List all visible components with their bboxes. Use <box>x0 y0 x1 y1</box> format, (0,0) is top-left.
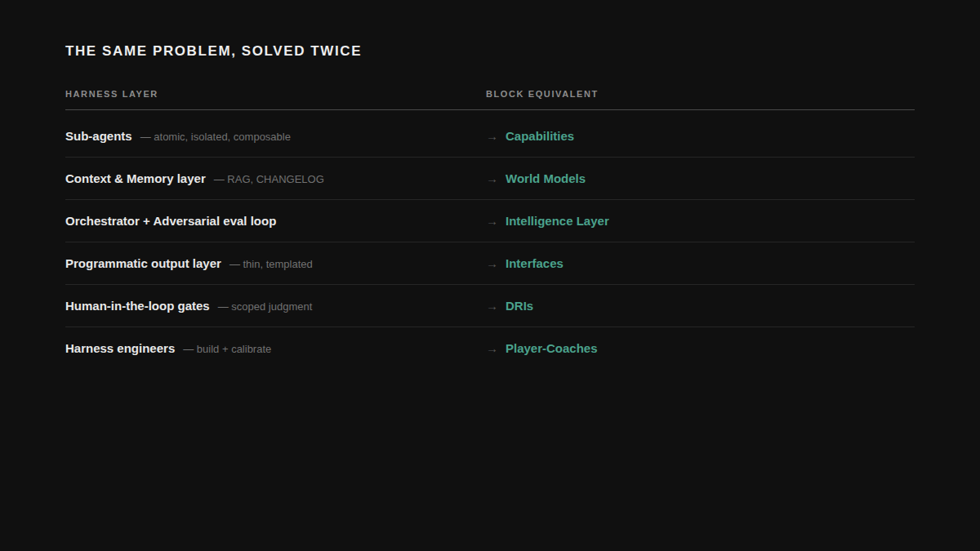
harness-note: — build + calibrate <box>183 343 271 355</box>
block-cell: →Interfaces <box>486 256 915 270</box>
arrow-right-icon: → <box>486 129 498 143</box>
block-label: Capabilities <box>506 129 574 143</box>
block-cell: →DRIs <box>486 299 915 313</box>
table-row: Sub-agents— atomic, isolated, composable… <box>65 115 915 158</box>
arrow-right-icon: → <box>486 299 498 313</box>
comparison-slide: THE SAME PROBLEM, SOLVED TWICE HARNESS L… <box>65 0 915 369</box>
harness-label: Sub-agents <box>65 129 132 143</box>
table-row: Programmatic output layer— thin, templat… <box>65 242 915 285</box>
block-label: World Models <box>506 171 586 185</box>
table-row: Harness engineers— build + calibrate→Pla… <box>65 327 915 369</box>
harness-note: — atomic, isolated, composable <box>140 131 291 143</box>
arrow-right-icon: → <box>486 341 498 355</box>
harness-cell: Sub-agents— atomic, isolated, composable <box>65 129 486 143</box>
column-header-block-equivalent: BLOCK EQUIVALENT <box>486 89 915 99</box>
column-header-harness-layer: HARNESS LAYER <box>65 89 486 99</box>
block-cell: →Player-Coaches <box>486 341 915 355</box>
block-cell: →Capabilities <box>486 129 915 143</box>
block-cell: →World Models <box>486 171 915 185</box>
harness-label: Human-in-the-loop gates <box>65 299 210 313</box>
harness-note: — RAG, CHANGELOG <box>214 173 324 185</box>
arrow-right-icon: → <box>486 214 498 228</box>
block-label: DRIs <box>506 299 533 313</box>
harness-cell: Harness engineers— build + calibrate <box>65 341 486 355</box>
table-header: HARNESS LAYER BLOCK EQUIVALENT <box>65 89 915 110</box>
page-title: THE SAME PROBLEM, SOLVED TWICE <box>65 0 915 60</box>
table-row: Orchestrator + Adversarial eval loop→Int… <box>65 200 915 242</box>
harness-note: — thin, templated <box>229 258 313 270</box>
harness-label: Programmatic output layer <box>65 256 221 270</box>
table-row: Human-in-the-loop gates— scoped judgment… <box>65 285 915 327</box>
block-cell: →Intelligence Layer <box>486 214 915 228</box>
harness-cell: Context & Memory layer— RAG, CHANGELOG <box>65 171 486 185</box>
table-row: Context & Memory layer— RAG, CHANGELOG→W… <box>65 158 915 200</box>
block-label: Interfaces <box>506 256 564 270</box>
block-label: Player-Coaches <box>506 341 598 355</box>
table-body: Sub-agents— atomic, isolated, composable… <box>65 110 915 369</box>
harness-cell: Human-in-the-loop gates— scoped judgment <box>65 299 486 313</box>
harness-label: Orchestrator + Adversarial eval loop <box>65 214 276 228</box>
harness-label: Context & Memory layer <box>65 171 206 185</box>
arrow-right-icon: → <box>486 171 498 185</box>
harness-note: — scoped judgment <box>218 300 313 313</box>
harness-cell: Programmatic output layer— thin, templat… <box>65 256 486 270</box>
harness-label: Harness engineers <box>65 341 175 355</box>
arrow-right-icon: → <box>486 256 498 270</box>
block-label: Intelligence Layer <box>506 214 609 228</box>
harness-cell: Orchestrator + Adversarial eval loop <box>65 214 486 228</box>
